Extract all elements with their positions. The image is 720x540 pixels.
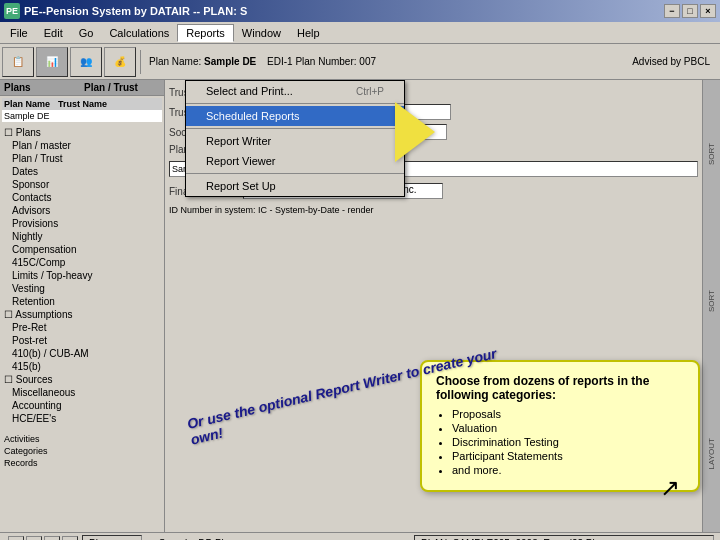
plan-name-col: Plan Name xyxy=(4,99,50,109)
menu-report-setup[interactable]: Report Set Up xyxy=(186,176,404,196)
report-viewer-label: Report Viewer xyxy=(206,155,276,167)
tree-misc[interactable]: Miscellaneous xyxy=(10,386,162,399)
tooltip-item-2: Valuation xyxy=(452,422,684,434)
reports-dropdown: Select and Print... Ctrl+P Scheduled Rep… xyxy=(185,80,405,197)
report-writer-label: Report Writer xyxy=(206,135,271,147)
arrow-indicator xyxy=(395,102,435,162)
toolbar-employees-button[interactable]: 👥 xyxy=(70,47,102,77)
tree-plan-master[interactable]: Plan / master xyxy=(10,139,162,152)
tooltip-item-4: Participant Statements xyxy=(452,450,684,462)
tree-provisions[interactable]: Provisions xyxy=(10,217,162,230)
nav-first-button[interactable]: ◀◀ xyxy=(8,536,24,541)
plan-row-1[interactable]: Sample DE xyxy=(2,110,162,122)
menu-help[interactable]: Help xyxy=(289,25,328,41)
tree-assumptions[interactable]: ☐ Assumptions xyxy=(2,308,162,321)
sidebar-col-trust: Plan / Trust xyxy=(84,82,160,93)
menu-go[interactable]: Go xyxy=(71,25,102,41)
status-plan-code: PLAN: SAMPLE205_2008_Earpo'23 Plan xyxy=(414,535,714,541)
nav-buttons: ◀◀ ◀ ▶ ▶▶ xyxy=(4,536,82,541)
menu-report-viewer[interactable]: Report Viewer xyxy=(186,151,404,171)
menu-bar: File Edit Go Calculations Reports Window… xyxy=(0,22,720,44)
tree-dates[interactable]: Dates xyxy=(10,165,162,178)
sidebar-bottom-nav: Activities Categories Records xyxy=(2,433,162,469)
toolbar-right: Advised by PBCL xyxy=(632,56,718,67)
toolbar-info: Plan Name: Sample DE EDI-1 Plan Number: … xyxy=(145,56,630,67)
select-print-shortcut: Ctrl+P xyxy=(356,86,384,97)
menu-window[interactable]: Window xyxy=(234,25,289,41)
select-print-label: Select and Print... xyxy=(206,85,293,97)
toolbar-transactions-button[interactable]: 💰 xyxy=(104,47,136,77)
menu-sep-1 xyxy=(186,103,404,104)
sidebar-header: Plans Plan / Trust xyxy=(0,80,164,96)
tree-nightly[interactable]: Nightly xyxy=(10,230,162,243)
tree-vesting[interactable]: Vesting xyxy=(10,282,162,295)
tree-advisors[interactable]: Advisors xyxy=(10,204,162,217)
tree-410b[interactable]: 410(b) / CUB-AM xyxy=(10,347,162,360)
menu-edit[interactable]: Edit xyxy=(36,25,71,41)
plan-name-display: Plan Name: Sample DE xyxy=(149,56,256,67)
menu-sep-3 xyxy=(186,173,404,174)
nav-prev-button[interactable]: ◀ xyxy=(26,536,42,541)
menu-calculations[interactable]: Calculations xyxy=(101,25,177,41)
employees-icon: 👥 xyxy=(80,56,92,67)
tree-hce[interactable]: HCE/EE's xyxy=(10,412,162,425)
restore-button[interactable]: □ xyxy=(682,4,698,18)
title-bar: PE PE--Pension System by DATAIR -- PLAN:… xyxy=(0,0,720,22)
cursor-arrow: ↗ xyxy=(660,474,680,502)
curved-label: Or use the optional Report Writer to cre… xyxy=(185,380,505,412)
right-panel-sort2: SORT xyxy=(705,288,718,314)
toolbar-reports-button[interactable]: 📊 xyxy=(36,47,68,77)
sidebar-records[interactable]: Records xyxy=(2,457,162,469)
toolbar: 📋 📊 👥 💰 Plan Name: Sample DE EDI-1 Plan … xyxy=(0,44,720,80)
sidebar-col-plans: Plans xyxy=(4,82,80,93)
id-number-row: ID Number in system: IC - System-by-Date… xyxy=(169,205,698,215)
tooltip-list: Proposals Valuation Discrimination Testi… xyxy=(452,408,684,476)
menu-report-writer[interactable]: Report Writer xyxy=(186,131,404,151)
tree-sources-group: Miscellaneous Accounting HCE/EE's xyxy=(10,386,162,425)
arrow-shape xyxy=(395,102,435,162)
tree-plan-trust[interactable]: Plan / Trust xyxy=(10,152,162,165)
advised-by: Advised by PBCL xyxy=(632,56,710,67)
sidebar-plan-header: Plan Name Trust Name xyxy=(2,98,162,110)
tree-limits[interactable]: Limits / Top-heavy xyxy=(10,269,162,282)
tree-container: ☐ Plans Plan / master Plan / Trust Dates… xyxy=(2,126,162,425)
menu-select-print[interactable]: Select and Print... Ctrl+P xyxy=(186,81,404,101)
sidebar-categories[interactable]: Categories xyxy=(2,445,162,457)
tree-plans[interactable]: ☐ Plans xyxy=(2,126,162,139)
tree-retention[interactable]: Retention xyxy=(10,295,162,308)
tree-contacts[interactable]: Contacts xyxy=(10,191,162,204)
toolbar-sep xyxy=(140,50,141,74)
tree-pre-ret[interactable]: Pre-Ret xyxy=(10,321,162,334)
tree-sponsor[interactable]: Sponsor xyxy=(10,178,162,191)
sidebar-activities[interactable]: Activities xyxy=(2,433,162,445)
nav-last-button[interactable]: ▶▶ xyxy=(62,536,78,541)
report-setup-label: Report Set Up xyxy=(206,180,276,192)
right-panel-sort1: SORT xyxy=(705,141,718,167)
status-plans: Plans xyxy=(82,535,142,541)
scheduled-reports-label: Scheduled Reports xyxy=(206,110,300,122)
reports-icon: 📊 xyxy=(46,56,58,67)
nav-next-button[interactable]: ▶ xyxy=(44,536,60,541)
plan-name-value: Sample DE xyxy=(4,111,50,121)
tree-sources[interactable]: ☐ Sources xyxy=(2,373,162,386)
window-title: PE--Pension System by DATAIR -- PLAN: S xyxy=(24,5,247,17)
trust-name-col: Trust Name xyxy=(58,99,107,109)
minimize-button[interactable]: − xyxy=(664,4,680,18)
tree-accounting[interactable]: Accounting xyxy=(10,399,162,412)
close-button[interactable]: × xyxy=(700,4,716,18)
content-pane: Trust Name Sample DE Trust Name Sample-E… xyxy=(165,80,720,532)
tree-415c[interactable]: 415C/Comp xyxy=(10,256,162,269)
tree-post-ret[interactable]: Post-ret xyxy=(10,334,162,347)
menu-file[interactable]: File xyxy=(2,25,36,41)
edin-display: EDI-1 Plan Number: 007 xyxy=(267,56,376,67)
status-bar-1: ◀◀ ◀ ▶ ▶▶ Plans ◀ Sample: DB Plan PLAN: … xyxy=(0,532,720,540)
toolbar-plan-button[interactable]: 📋 xyxy=(2,47,34,77)
right-panel: SORT SORT LAYOUT xyxy=(702,80,720,532)
menu-reports[interactable]: Reports xyxy=(177,24,234,42)
menu-scheduled-reports[interactable]: Scheduled Reports xyxy=(186,106,404,126)
tree-415b[interactable]: 415(b) xyxy=(10,360,162,373)
menu-sep-2 xyxy=(186,128,404,129)
app-icon: PE xyxy=(4,3,20,19)
tree-compensation[interactable]: Compensation xyxy=(10,243,162,256)
tooltip-item-5: and more. xyxy=(452,464,684,476)
